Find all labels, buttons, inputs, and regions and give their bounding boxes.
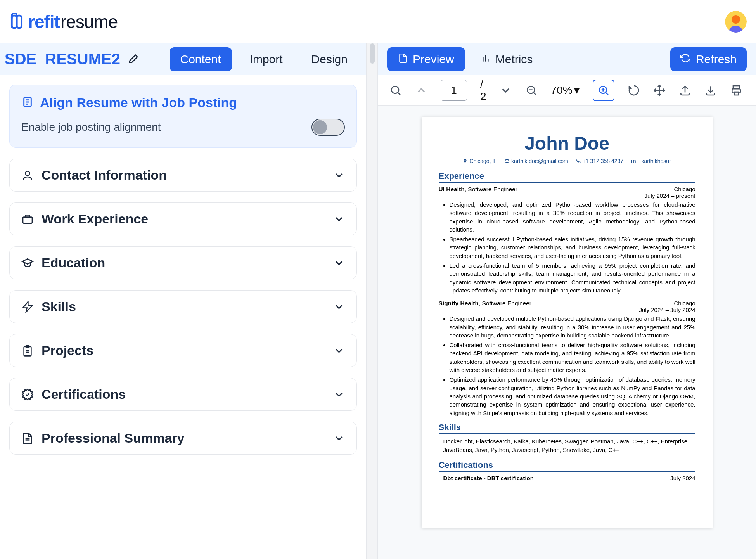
editor-subheader: SDE_RESUME2 Content Import Design	[0, 43, 366, 75]
pdf-email: karthik.doe@gmail.com	[511, 158, 568, 164]
page-fraction: / 2	[480, 79, 486, 102]
refresh-button[interactable]: Refresh	[670, 47, 747, 71]
zoom-in-button[interactable]	[593, 80, 614, 101]
refresh-label: Refresh	[696, 53, 737, 66]
section-summary[interactable]: Professional Summary	[9, 422, 357, 455]
rotate-icon[interactable]	[628, 84, 640, 97]
section-certs[interactable]: Certifications	[9, 378, 357, 411]
search-icon[interactable]	[389, 84, 402, 97]
svg-point-8	[26, 171, 30, 175]
upload-icon[interactable]	[679, 84, 691, 97]
print-icon[interactable]	[730, 84, 742, 97]
tab-preview-label: Preview	[413, 53, 454, 66]
svg-rect-9	[23, 217, 32, 223]
chevron-down-icon	[333, 301, 345, 313]
logo-icon	[9, 13, 24, 31]
section-title: Professional Summary	[42, 431, 184, 446]
section-education[interactable]: Education	[9, 246, 357, 279]
briefcase-icon	[21, 213, 34, 225]
page-input[interactable]	[441, 80, 467, 101]
tab-design[interactable]: Design	[301, 47, 358, 71]
align-enable-label: Enable job posting alignment	[21, 121, 161, 133]
section-projects[interactable]: Projects	[9, 334, 357, 367]
chevron-down-icon[interactable]	[500, 84, 512, 97]
tab-metrics-label: Metrics	[495, 53, 533, 66]
section-title: Projects	[42, 343, 93, 358]
preview-subheader: Preview Metrics Refresh	[378, 43, 756, 75]
section-title: Education	[42, 255, 105, 270]
svg-line-23	[534, 93, 536, 95]
chevron-down-icon	[333, 389, 345, 400]
logo-text-refit: refit	[28, 11, 60, 32]
toggle-thumb	[313, 120, 327, 134]
svg-line-26	[606, 93, 608, 95]
pdf-skills-heading: Skills	[439, 422, 695, 434]
svg-rect-1	[17, 16, 22, 28]
section-title: Certifications	[42, 387, 126, 402]
pdf-job2-head: Signify Health, Software Engineer Chicag…	[439, 300, 695, 313]
chevron-down-icon	[333, 345, 345, 357]
pdf-job1-head: UI Health, Software Engineer ChicagoJuly…	[439, 186, 695, 199]
pdf-job2-bullets: Designed and developed multiple Python-b…	[439, 315, 695, 417]
lightning-icon	[21, 301, 34, 313]
edit-name-icon[interactable]	[127, 54, 139, 65]
pdf-name: John Doe	[439, 133, 695, 154]
zoom-dropdown[interactable]: 70% ▾	[551, 84, 580, 97]
chevron-down-icon	[333, 257, 345, 269]
section-title: Contact Information	[42, 168, 167, 183]
logo-text-resume: resume	[61, 11, 118, 32]
pdf-toolbar: / 2 70% ▾	[378, 75, 756, 106]
file-text-icon	[21, 432, 34, 445]
graduation-cap-icon	[21, 257, 34, 269]
clipboard-icon	[21, 344, 34, 357]
tab-preview[interactable]: Preview	[387, 47, 465, 71]
zoom-out-icon[interactable]	[525, 84, 538, 97]
chevron-down-icon	[333, 170, 345, 181]
user-avatar[interactable]	[725, 11, 747, 33]
refresh-icon	[680, 53, 690, 66]
user-icon	[21, 169, 34, 182]
app-header: refitresume	[0, 0, 756, 43]
svg-line-21	[398, 93, 400, 95]
drag-handle-icon[interactable]	[370, 43, 375, 64]
section-contact[interactable]: Contact Information	[9, 159, 357, 192]
move-icon[interactable]	[653, 84, 666, 97]
pdf-contacts: Chicago, IL karthik.doe@gmail.com +1 312…	[439, 158, 695, 164]
pdf-page: John Doe Chicago, IL karthik.doe@gmail.c…	[422, 117, 713, 528]
section-skills[interactable]: Skills	[9, 290, 357, 323]
pdf-exp-heading: Experience	[439, 171, 695, 183]
logo[interactable]: refitresume	[9, 11, 118, 32]
caret-down-icon: ▾	[574, 84, 580, 97]
svg-point-3	[732, 15, 740, 24]
section-title: Skills	[42, 299, 76, 314]
pdf-skills-text: Docker, dbt, Elasticsearch, Kafka, Kuber…	[443, 437, 695, 454]
zoom-value: 70%	[551, 84, 573, 97]
pdf-linkedin: karthikhosur	[641, 158, 671, 164]
badge-check-icon	[21, 388, 34, 401]
svg-marker-10	[23, 301, 32, 312]
tab-content[interactable]: Content	[170, 47, 232, 71]
pdf-job1-bullets: Designed, developed, and optimized Pytho…	[439, 201, 695, 294]
download-icon[interactable]	[704, 84, 717, 97]
align-toggle[interactable]	[311, 119, 345, 136]
pdf-cert-row: Dbt certificate - DBT certification July…	[443, 475, 695, 481]
chevron-down-icon	[333, 213, 345, 225]
svg-point-20	[391, 86, 399, 93]
editor-tabs: Content Import Design	[170, 47, 359, 71]
section-work[interactable]: Work Experience	[9, 202, 357, 235]
file-icon	[398, 53, 408, 66]
tab-metrics[interactable]: Metrics	[470, 47, 544, 71]
pdf-location: Chicago, IL	[469, 158, 497, 164]
align-title: Align Resume with Job Posting	[40, 95, 237, 110]
pdf-phone: +1 312 358 4237	[583, 158, 624, 164]
chevron-up-icon[interactable]	[415, 84, 427, 97]
bar-chart-icon	[481, 53, 491, 66]
pdf-viewer[interactable]: John Doe Chicago, IL karthik.doe@gmail.c…	[378, 106, 756, 559]
chevron-down-icon	[333, 433, 345, 444]
vertical-divider[interactable]	[366, 43, 378, 559]
page-total: 2	[480, 91, 486, 102]
pdf-certs-heading: Certifications	[439, 460, 695, 472]
tab-import[interactable]: Import	[239, 47, 294, 71]
align-card: Align Resume with Job Posting Enable job…	[9, 85, 357, 148]
document-icon	[21, 96, 34, 110]
